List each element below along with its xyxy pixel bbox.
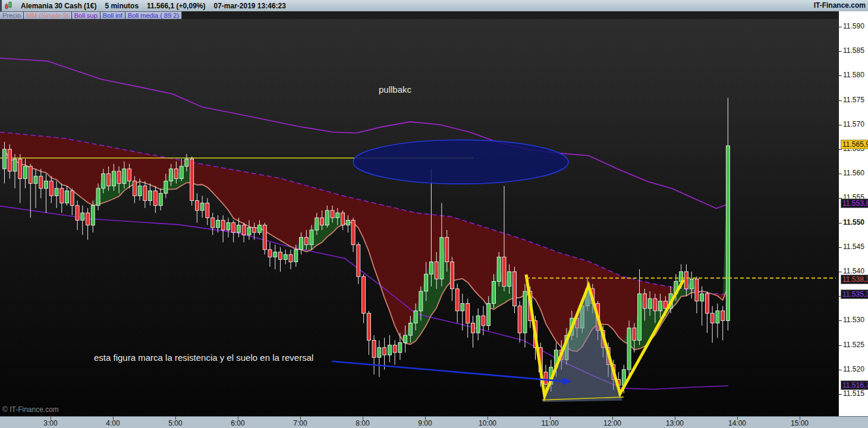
annotation-text-reversal: esta figura marca la resistencia y el su… <box>94 353 313 363</box>
quote-datetime: 07-mar-2019 13:46:23 <box>213 2 285 10</box>
timeframe: 5 minutos <box>105 2 139 10</box>
time-tick-label: 10:00 <box>474 419 501 427</box>
price-tick-mark <box>839 100 842 101</box>
price-tick-label: 11.545 <box>843 243 864 251</box>
brand-logo: IT-Finance.com <box>814 1 866 10</box>
legend-button-boll-inf[interactable]: Boll inf <box>100 11 125 19</box>
price-tick-label: 11.520 <box>843 365 864 373</box>
price-tick-mark <box>839 174 842 174</box>
time-tick-label: 14:00 <box>724 419 750 427</box>
price-badge: 11.535,3 <box>841 289 868 299</box>
time-tick-label: 7:00 <box>287 419 313 427</box>
price-tick-mark <box>839 247 842 248</box>
price-tick-mark <box>839 27 842 27</box>
time-tick-label: 12:00 <box>599 419 625 427</box>
legend-button-boll-sup[interactable]: Boll sup <box>72 11 100 19</box>
indicator-legend-bar: PrecioMM (Simple 9)Boll supBoll infBoll … <box>0 11 838 19</box>
price-axis[interactable]: 11.59011.58511.58011.57511.57011.56511.5… <box>838 11 868 416</box>
candlestick-icon <box>4 1 12 10</box>
price-tick-label: 11.575 <box>843 96 864 104</box>
price-tick-mark <box>839 272 842 272</box>
price-badge: 11.538,3 <box>841 275 868 284</box>
price-tick-label: 11.560 <box>843 169 864 177</box>
price-tick-mark <box>839 125 842 125</box>
last-quote: 11.566,1 (+0,09%) <box>147 2 205 10</box>
price-tick-label: 11.515 <box>843 389 864 398</box>
watermark: © IT-Finance.com <box>2 405 59 414</box>
blue-arrow <box>332 361 565 382</box>
price-tick-mark <box>839 370 842 370</box>
time-tick-label: 11:00 <box>537 419 563 427</box>
price-tick-mark <box>839 149 842 150</box>
price-tick-mark <box>839 223 842 224</box>
price-tick-mark <box>839 51 842 52</box>
price-tick-label: 11.550 <box>843 218 864 226</box>
chart-canvas[interactable]: pullbakc esta figura marca la resistenci… <box>0 19 838 416</box>
price-badge: 11.553,8 <box>841 199 868 208</box>
annotation-ellipse <box>353 140 568 184</box>
title-bar: Alemania 30 Cash (1€) 5 minutos 11.566,1… <box>0 0 868 12</box>
time-tick-label: 3:00 <box>37 419 64 427</box>
price-tick-mark <box>839 75 842 76</box>
price-badge: 11.516,7 <box>841 380 868 390</box>
price-tick-mark <box>839 345 842 346</box>
legend-button-mm-simple-9-[interactable]: MM (Simple 9) <box>24 11 72 19</box>
time-tick-label: 5:00 <box>162 419 188 427</box>
instrument-name: Alemania 30 Cash (1€) <box>21 2 96 10</box>
legend-button-boll-media-89-2-[interactable]: Boll media ( 89 2) <box>125 11 182 19</box>
price-tick-mark <box>839 394 842 395</box>
price-tick-label: 11.580 <box>843 71 864 79</box>
time-tick-label: 13:00 <box>662 419 688 427</box>
price-badge: 11.565,9 <box>841 140 868 149</box>
price-tick-label: 11.525 <box>843 341 864 349</box>
time-tick-label: 6:00 <box>225 419 251 427</box>
price-tick-label: 11.530 <box>843 316 864 324</box>
annotation-text-pullback: pullbakc <box>379 84 411 95</box>
time-tick-label: 8:00 <box>350 419 376 427</box>
price-tick-label: 11.585 <box>843 46 864 55</box>
price-tick-mark <box>839 320 842 321</box>
legend-button-precio[interactable]: Precio <box>0 11 24 19</box>
time-tick-label: 4:00 <box>100 419 126 427</box>
price-tick-label: 11.570 <box>843 120 864 128</box>
time-axis[interactable]: 3:004:005:006:007:008:009:0010:0011:0012… <box>0 416 868 428</box>
window-edge <box>0 0 2 11</box>
time-tick-label: 15:00 <box>787 419 813 427</box>
price-tick-label: 11.590 <box>843 22 864 30</box>
price-tick-label: 11.540 <box>843 267 864 275</box>
time-tick-label: 9:00 <box>412 419 438 427</box>
